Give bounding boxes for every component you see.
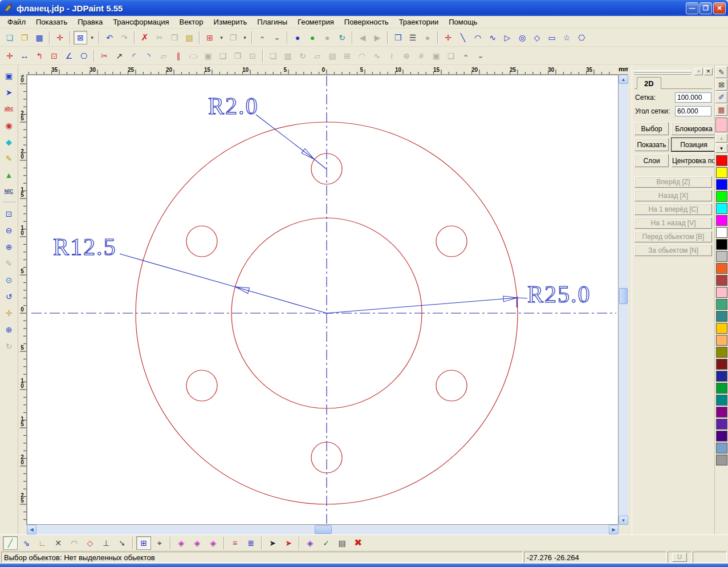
rotate-button[interactable]: ↻ (296, 49, 310, 63)
order-button-5[interactable]: Перед обьектом [B] (635, 231, 712, 242)
save-button[interactable]: ▦ (32, 31, 46, 44)
grid-size-field[interactable] (675, 92, 711, 103)
relief-merge-top-button[interactable]: ◓ (459, 49, 473, 63)
chamfer-button[interactable]: ◝ (142, 49, 156, 63)
zoom-window-tool[interactable]: ⊡ (2, 206, 17, 221)
color-swatch-7[interactable] (716, 227, 727, 238)
bolt-hole[interactable] (436, 370, 467, 401)
layer-book-button[interactable]: ❒ (391, 31, 405, 44)
regen-view-tool[interactable]: ↻ (2, 338, 17, 354)
paste-button[interactable]: ▤ (182, 31, 196, 44)
menu-item-2[interactable]: Показать (31, 17, 72, 27)
grid-angle-field[interactable] (675, 106, 711, 116)
panel-minimize-button[interactable]: ▫ (694, 68, 703, 75)
surface-fill-tool[interactable]: ◆ (2, 134, 17, 149)
copy-button[interactable]: ❐ (168, 31, 181, 44)
relief-top-button[interactable]: ◓ (255, 31, 269, 44)
radius-label[interactable]: R2.0 (208, 93, 259, 119)
panel-button-5[interactable]: Слои (635, 154, 669, 167)
panel-button-1[interactable]: Выбор (635, 122, 669, 135)
open-file-button[interactable]: ❐ (18, 31, 31, 44)
bolt-hole[interactable] (186, 370, 217, 401)
horizontal-scroll-thumb[interactable] (315, 525, 332, 534)
mirror-button[interactable]: ▥ (281, 49, 295, 63)
horizontal-scrollbar[interactable]: ◀ ▶ (27, 525, 619, 534)
vertical-scroll-thumb[interactable] (619, 288, 628, 304)
cancel-all-button[interactable]: ✖ (351, 536, 365, 550)
close-button[interactable]: ✕ (713, 2, 726, 14)
swap-view-button[interactable]: ↻ (335, 31, 349, 44)
relief-bottom-button[interactable]: ◒ (270, 31, 284, 44)
layer-step-button[interactable]: ≡ (227, 536, 242, 550)
hint-lamp-button[interactable]: ● (421, 31, 434, 44)
lamp-blue-button[interactable]: ● (291, 31, 304, 44)
color-swatch-18[interactable] (716, 359, 727, 370)
order-button-1[interactable]: Вперёд [Z] (635, 176, 712, 188)
order-button-6[interactable]: За обьектом [N] (635, 245, 712, 256)
dim-step-button[interactable]: ↰ (32, 49, 46, 63)
color-swatch-13[interactable] (716, 299, 727, 310)
snap-perpendicular-button[interactable]: ⊥ (99, 536, 113, 550)
guide-plane-zx-button[interactable]: ◈ (206, 536, 221, 550)
menu-item-8[interactable]: Геометрия (292, 17, 339, 27)
scroll-right-button[interactable]: ▶ (609, 525, 619, 534)
menu-item-5[interactable]: Вектор (174, 17, 209, 27)
color-swatch-24[interactable] (716, 431, 727, 442)
panel-close-button[interactable]: ✕ (704, 68, 713, 75)
align-center-button[interactable]: ⊕ (400, 49, 413, 63)
unit-toggle-button[interactable]: U (672, 553, 687, 562)
delete-node-button[interactable]: ➤ (281, 536, 296, 550)
pan-hand-tool[interactable]: ✢ (2, 305, 17, 321)
zoom-out-tool[interactable]: ⊖ (2, 222, 17, 238)
view-eye-tool[interactable]: ⊙ (2, 272, 17, 287)
color-swatch-14[interactable] (716, 311, 727, 322)
minimize-button[interactable]: — (686, 2, 698, 14)
palette-editor-button[interactable]: ▦ (715, 104, 727, 116)
spray-tool[interactable]: ▲ (2, 167, 17, 183)
radius-label[interactable]: R25.0 (527, 281, 591, 307)
drawing-canvas[interactable]: R2.0R12.5R25.0 (27, 75, 619, 525)
menu-item-9[interactable]: Поверхность (339, 17, 394, 27)
color-swatch-20[interactable] (716, 383, 727, 394)
color-swatch-8[interactable] (716, 239, 727, 250)
draw-arc-button[interactable]: ◠ (471, 31, 485, 44)
redo-button[interactable]: ↷ (117, 31, 131, 44)
group-button[interactable]: ▣ (429, 49, 443, 63)
transform-button[interactable]: ⊞ (203, 31, 217, 44)
text-tool[interactable]: abc (2, 101, 17, 116)
color-swatch-21[interactable] (716, 395, 727, 406)
erase-segment-button[interactable]: ↗ (112, 49, 126, 63)
draw-line-button[interactable]: ╲ (456, 31, 470, 44)
view-3d-button[interactable]: ❒ (226, 31, 240, 44)
bolt-hole[interactable] (186, 226, 217, 257)
panel-button-2[interactable]: Блокировка (672, 122, 716, 135)
dim-angle-button[interactable]: ∠ (62, 49, 76, 63)
engrave-tool[interactable]: ✎ (2, 151, 17, 166)
curve-array-button[interactable]: ∿ (370, 49, 384, 63)
delete-button[interactable]: ✗ (138, 31, 152, 44)
scroll-left-button[interactable]: ◀ (27, 525, 36, 534)
color-swatch-2[interactable] (716, 167, 727, 178)
color-swatch-6[interactable] (716, 215, 727, 226)
fillet-button[interactable]: ◜ (127, 49, 141, 63)
combine-button[interactable]: ❐ (231, 49, 245, 63)
leader-line[interactable] (314, 159, 326, 169)
eyedropper-button[interactable]: ✐ (715, 91, 727, 103)
fill-color-button[interactable]: ⊠ (715, 79, 727, 91)
relief-merge-bottom-button[interactable]: ◒ (474, 49, 487, 63)
skew-button[interactable]: ▱ (311, 49, 324, 63)
trim-button[interactable]: ✂ (97, 49, 111, 63)
nc-path-tool[interactable]: N|C (2, 184, 17, 199)
color-swatch-22[interactable] (716, 407, 727, 418)
draw-spline-button[interactable]: ∿ (486, 31, 499, 44)
draw-hexagon-button[interactable]: ⎔ (575, 31, 588, 44)
cut-button[interactable]: ✂ (153, 31, 166, 44)
guide-plane-yz-button[interactable]: ◈ (190, 536, 205, 550)
order-button-2[interactable]: Назад [X] (635, 190, 712, 201)
vertical-scrollbar[interactable]: ▲ ▼ (619, 75, 628, 525)
draw-ellipse-button[interactable]: ◇ (530, 31, 544, 44)
draw-circle-button[interactable]: ◎ (515, 31, 529, 44)
menu-item-4[interactable]: Трансформация (108, 17, 174, 27)
select-tool[interactable]: ▣ (2, 68, 17, 83)
verify-button[interactable]: ✓ (319, 536, 334, 550)
